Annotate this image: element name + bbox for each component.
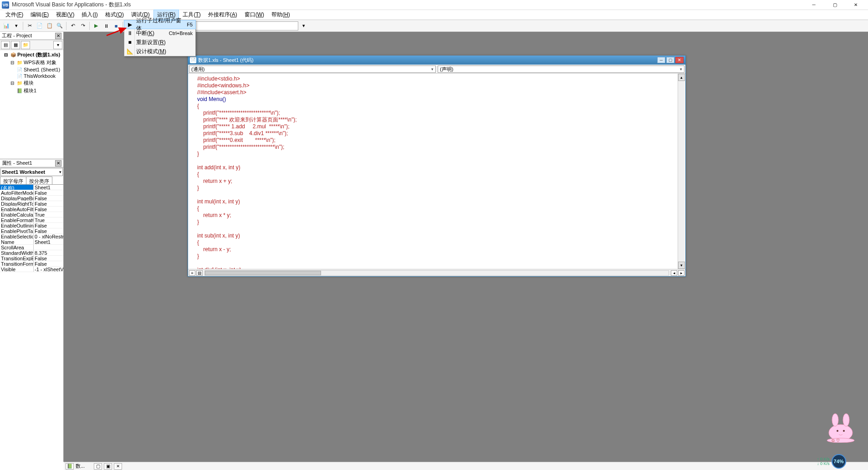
code-object-combo[interactable]: (通用)▾	[189, 66, 436, 73]
reset-icon[interactable]: ■	[112, 21, 121, 30]
procedure-view-icon[interactable]: ≡	[189, 270, 195, 276]
cut-icon[interactable]: ✂	[25, 21, 34, 30]
code-vertical-scrollbar[interactable]: ▴ ▾	[678, 74, 685, 269]
redo-icon[interactable]: ↷	[78, 21, 87, 30]
menu-窗口[interactable]: 窗口(W)	[241, 10, 268, 20]
dropdown-item-1[interactable]: ⏸中断(K)Ctrl+Break	[124, 29, 195, 38]
break-icon[interactable]: ⏸	[102, 21, 111, 30]
property-row[interactable]: EnableSelectio0 - xlNoRestr	[0, 234, 63, 239]
properties-grid[interactable]: (名称)Sheet1AutoFilterModeFalseDisplayPage…	[0, 185, 63, 462]
status-module-icon[interactable]: 📗	[66, 463, 74, 470]
run-icon[interactable]: ▶	[92, 21, 101, 30]
property-value[interactable]: True	[34, 217, 63, 222]
tree-thisworkbook[interactable]: 📄ThisWorkbook	[1, 73, 62, 79]
code-horizontal-scrollbar[interactable]	[204, 270, 669, 276]
property-name: EnableFormatCo	[0, 217, 34, 222]
code-window-titlebar[interactable]: 📄 数据1.xls - Sheet1 (代码) ─ ▢ ✕	[188, 56, 685, 65]
property-value[interactable]: False	[34, 223, 63, 228]
code-procedure-combo[interactable]: (声明)▾	[438, 66, 684, 73]
property-row[interactable]: ScrollArea	[0, 245, 63, 250]
property-value[interactable]: Sheet1	[34, 239, 63, 244]
full-module-view-icon[interactable]: ▤	[196, 270, 203, 276]
property-row[interactable]: Visible-1 - xlSheetV	[0, 267, 63, 272]
code-editor[interactable]: #include<stdio.h> #include<windows.h> //…	[188, 74, 685, 269]
property-value[interactable]: False	[34, 207, 63, 212]
properties-object-combo[interactable]: Sheet1 Worksheet ▾	[0, 168, 63, 176]
dropdown-item-2[interactable]: ■重新设置(R)	[124, 38, 195, 47]
property-value[interactable]: True	[34, 212, 63, 217]
property-value[interactable]: False	[34, 256, 63, 261]
dropdown-item-3[interactable]: 📐设计模式(M)	[124, 47, 195, 56]
property-row[interactable]: EnablePivotTabFalse	[0, 228, 63, 234]
menu-插入[interactable]: 插入(I)	[78, 10, 101, 20]
property-row[interactable]: NameSheet1	[0, 239, 63, 245]
tree-module1[interactable]: 📗模块1	[1, 87, 62, 95]
minimize-button[interactable]: ─	[803, 0, 824, 10]
property-row[interactable]: EnableCalculatTrue	[0, 212, 63, 217]
property-value[interactable]: False	[34, 228, 63, 233]
tree-folder-modules[interactable]: ⊟📁模块	[1, 79, 62, 87]
view-code-icon[interactable]: ▤	[1, 41, 10, 49]
property-row[interactable]: DisplayRightToFalse	[0, 201, 63, 207]
status-cascade-icon[interactable]: ▣	[104, 463, 112, 470]
tree-root[interactable]: ⊟📦Project (数据1.xls)	[1, 51, 62, 59]
toggle-folders-icon[interactable]: 📁	[21, 41, 30, 49]
procedure-dropdown[interactable]	[180, 21, 298, 30]
menu-格式[interactable]: 格式(O)	[102, 10, 128, 20]
scroll-up-icon[interactable]: ▴	[678, 74, 685, 81]
menu-视图[interactable]: 视图(V)	[52, 10, 78, 20]
scroll-down-icon[interactable]: ▾	[678, 262, 685, 269]
property-value[interactable]: False	[34, 261, 63, 266]
window-title: Microsoft Visual Basic for Applications …	[12, 1, 803, 9]
code-maximize-button[interactable]: ▢	[666, 57, 674, 63]
property-row[interactable]: EnableFormatCoTrue	[0, 217, 63, 223]
scroll-right-icon[interactable]: ▸	[678, 270, 684, 276]
insert-dropdown-icon[interactable]: ▾	[12, 21, 21, 30]
code-close-button[interactable]: ✕	[675, 57, 684, 63]
property-value[interactable]: 0 - xlNoRestr	[34, 234, 63, 239]
menu-编辑[interactable]: 编辑(E)	[27, 10, 52, 20]
status-close-icon[interactable]: ✕	[114, 463, 122, 470]
property-row[interactable]: EnableOutlininFalse	[0, 223, 63, 228]
dropdown-arrow-icon[interactable]: ▾	[299, 21, 308, 30]
scroll-left-icon[interactable]: ◂	[671, 270, 677, 276]
property-row[interactable]: TransitionExpEFalse	[0, 256, 63, 261]
property-row[interactable]: AutoFilterModeFalse	[0, 190, 63, 196]
code-window-title: 数据1.xls - Sheet1 (代码)	[198, 57, 254, 64]
tree-sheet1[interactable]: 📄Sheet1 (Sheet1)	[1, 66, 62, 73]
status-label: 数...	[76, 463, 85, 470]
tab-categorized[interactable]: 按分类序	[26, 177, 52, 184]
property-value[interactable]	[34, 245, 63, 250]
tab-alphabetic[interactable]: 按字母序	[0, 177, 26, 184]
property-row[interactable]: StandardWidth8.375	[0, 250, 63, 256]
menu-帮助[interactable]: 帮助(H)	[268, 10, 294, 20]
view-object-icon[interactable]: ▦	[11, 41, 20, 49]
close-button[interactable]: ✕	[845, 0, 866, 10]
project-dropdown-icon[interactable]: ▾	[53, 41, 62, 49]
maximize-button[interactable]: ▢	[824, 0, 845, 10]
property-value[interactable]: Sheet1	[34, 185, 63, 190]
tree-folder-objects[interactable]: ⊟📁WPS表格 对象	[1, 59, 62, 66]
property-row[interactable]: EnableAutoFiltFalse	[0, 207, 63, 212]
property-row[interactable]: (名称)Sheet1	[0, 185, 63, 190]
property-value[interactable]: -1 - xlSheetV	[34, 267, 63, 272]
project-panel-close-icon[interactable]: ✕	[55, 33, 61, 39]
property-value[interactable]: False	[34, 190, 63, 195]
menu-外接程序[interactable]: 外接程序(A)	[204, 10, 241, 20]
find-icon[interactable]: 🔍	[55, 21, 64, 30]
paste-icon[interactable]: 📋	[45, 21, 54, 30]
dropdown-item-0[interactable]: ▶运行子过程/用户窗体F5	[124, 20, 196, 29]
copy-icon[interactable]: 📄	[35, 21, 44, 30]
project-tree[interactable]: ⊟📦Project (数据1.xls) ⊟📁WPS表格 对象 📄Sheet1 (…	[0, 50, 63, 159]
property-row[interactable]: DisplayPageBreFalse	[0, 196, 63, 201]
property-value[interactable]: 8.375	[34, 250, 63, 255]
property-value[interactable]: False	[34, 196, 63, 201]
status-restore-icon[interactable]: ▢	[94, 463, 102, 470]
property-row[interactable]: TransitionFormFalse	[0, 261, 63, 267]
code-minimize-button[interactable]: ─	[657, 57, 665, 63]
property-value[interactable]: False	[34, 201, 63, 206]
menu-文件[interactable]: 文件(F)	[2, 10, 27, 20]
properties-panel-close-icon[interactable]: ✕	[55, 160, 61, 167]
undo-icon[interactable]: ↶	[68, 21, 77, 30]
wps-icon[interactable]: 📊	[2, 21, 11, 30]
